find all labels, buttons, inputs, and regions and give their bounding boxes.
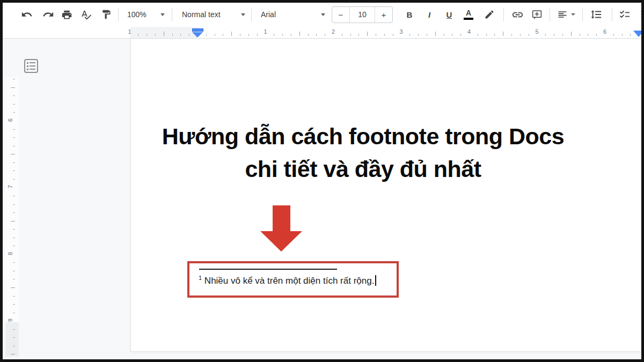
ruler-number: 8 xyxy=(7,250,13,257)
highlight-color-button[interactable] xyxy=(483,8,496,21)
decrease-font-size-button[interactable]: − xyxy=(332,7,349,23)
chevron-down-icon xyxy=(571,13,575,16)
footnote-body: Nhiều vô kể và trên một diện tích rất rộ… xyxy=(202,276,374,286)
ruler-tick xyxy=(358,34,359,36)
undo-icon xyxy=(21,9,33,20)
checklist-button[interactable] xyxy=(618,8,631,21)
ruler-tick xyxy=(376,34,376,36)
zoom-value: 100% xyxy=(127,10,147,19)
text-color-icon: A xyxy=(464,9,473,20)
increase-font-size-button[interactable]: + xyxy=(375,7,392,23)
ruler-tick xyxy=(316,34,317,36)
ruler-tick xyxy=(13,296,15,297)
ruler-number: 6 xyxy=(603,28,606,35)
ruler-tick xyxy=(613,34,614,36)
ruler-tick xyxy=(588,34,588,36)
ruler-tick xyxy=(562,34,563,36)
ruler-tick xyxy=(11,354,15,354)
horizontal-ruler[interactable]: 1123456 xyxy=(3,27,641,39)
ruler-tick xyxy=(393,34,393,36)
toolbar-divider xyxy=(612,8,612,21)
ruler-tick xyxy=(494,34,495,36)
ruler-tick xyxy=(172,34,173,36)
ruler-number: 2 xyxy=(332,28,335,35)
redo-button[interactable] xyxy=(42,8,55,21)
bold-icon: B xyxy=(407,11,413,19)
first-line-indent-marker[interactable] xyxy=(192,28,203,32)
ruler-tick xyxy=(223,34,223,36)
ruler-tick xyxy=(13,279,15,279)
ruler-tick xyxy=(13,196,15,196)
bold-button[interactable]: B xyxy=(403,8,416,21)
redo-icon xyxy=(42,9,54,20)
ruler-tick xyxy=(13,304,15,305)
ruler-number: 5 xyxy=(535,28,538,35)
font-family-value: Arial xyxy=(261,10,276,19)
vertical-ruler[interactable]: 678910 xyxy=(5,77,19,357)
toolbar-divider xyxy=(582,8,583,21)
ruler-tick xyxy=(13,146,15,146)
line-spacing-button[interactable] xyxy=(590,8,603,21)
right-indent-marker[interactable] xyxy=(633,31,644,37)
document-title: Hướng dẫn cách footnote trong Docs chi t… xyxy=(136,120,590,186)
italic-button[interactable]: I xyxy=(423,8,436,21)
red-down-arrow xyxy=(258,204,306,253)
ruler-tick xyxy=(444,34,444,36)
ruler-tick xyxy=(325,34,325,36)
ruler-tick xyxy=(282,34,283,36)
ruler-tick xyxy=(13,179,15,180)
ruler-tick xyxy=(13,262,15,263)
ruler-tick xyxy=(350,34,351,36)
ruler-tick xyxy=(11,287,15,288)
print-button[interactable] xyxy=(60,8,73,21)
checklist-icon xyxy=(619,9,631,20)
ruler-tick xyxy=(13,95,15,96)
font-size-input[interactable]: 10 xyxy=(349,7,375,23)
ruler-tick xyxy=(13,171,15,171)
paint-format-button[interactable] xyxy=(100,8,113,21)
ruler-tick xyxy=(164,32,164,36)
show-document-outline-button[interactable] xyxy=(24,59,38,73)
document-canvas: 678910 Hướng dẫn cách footnote trong Doc… xyxy=(3,39,641,359)
ruler-tick xyxy=(13,212,15,213)
ruler-tick xyxy=(299,32,300,36)
ruler-tick xyxy=(452,34,452,36)
ruler-tick xyxy=(520,34,521,36)
left-indent-marker[interactable] xyxy=(192,32,203,38)
google-docs-window: 100% Normal text Arial − 10 + B I U xyxy=(0,0,644,362)
ruler-tick xyxy=(206,34,207,36)
italic-icon: I xyxy=(428,10,430,19)
ruler-tick xyxy=(486,34,487,36)
underline-button[interactable]: U xyxy=(443,8,456,21)
font-family-select[interactable]: Arial xyxy=(261,6,325,23)
ruler-tick xyxy=(630,34,631,36)
bulleted-list-button[interactable] xyxy=(638,8,644,21)
add-comment-icon xyxy=(531,9,543,20)
add-comment-button[interactable] xyxy=(530,8,543,21)
spelling-check-button[interactable] xyxy=(79,8,92,21)
ruler-number: 1 xyxy=(264,28,267,35)
footnote-text[interactable]: 1 Nhiều vô kể và trên một diện tích rất … xyxy=(199,275,376,286)
ruler-tick xyxy=(13,271,15,271)
zoom-select[interactable]: 100% xyxy=(127,6,165,23)
paragraph-style-select[interactable]: Normal text xyxy=(182,6,245,23)
ruler-tick xyxy=(13,129,15,130)
insert-link-button[interactable] xyxy=(511,8,524,21)
document-page[interactable]: Hướng dẫn cách footnote trong Docs chi t… xyxy=(130,39,641,352)
align-button[interactable] xyxy=(557,9,575,20)
ruler-tick xyxy=(13,162,15,163)
text-cursor xyxy=(375,275,376,286)
text-color-button[interactable]: A xyxy=(462,8,475,21)
ruler-tick xyxy=(13,337,15,338)
ruler-tick xyxy=(596,34,597,36)
toolbar: 100% Normal text Arial − 10 + B I U xyxy=(3,2,641,27)
footnote-separator-line xyxy=(199,269,337,270)
paragraph-style-value: Normal text xyxy=(182,10,221,19)
ruler-tick xyxy=(240,34,240,36)
ruler-tick xyxy=(554,34,554,36)
ruler-tick xyxy=(409,34,410,36)
spell-check-icon xyxy=(80,9,92,20)
ruler-tick xyxy=(274,34,274,36)
undo-button[interactable] xyxy=(20,8,33,21)
ruler-tick xyxy=(580,34,580,36)
